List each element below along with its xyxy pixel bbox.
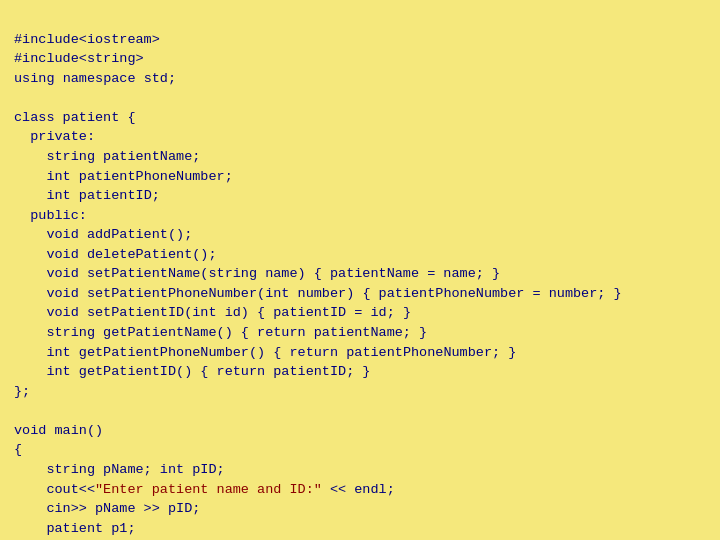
code-editor: #include<iostream> #include<string> usin… xyxy=(14,10,706,540)
line-1: #include<iostream> #include<string> usin… xyxy=(14,32,622,540)
